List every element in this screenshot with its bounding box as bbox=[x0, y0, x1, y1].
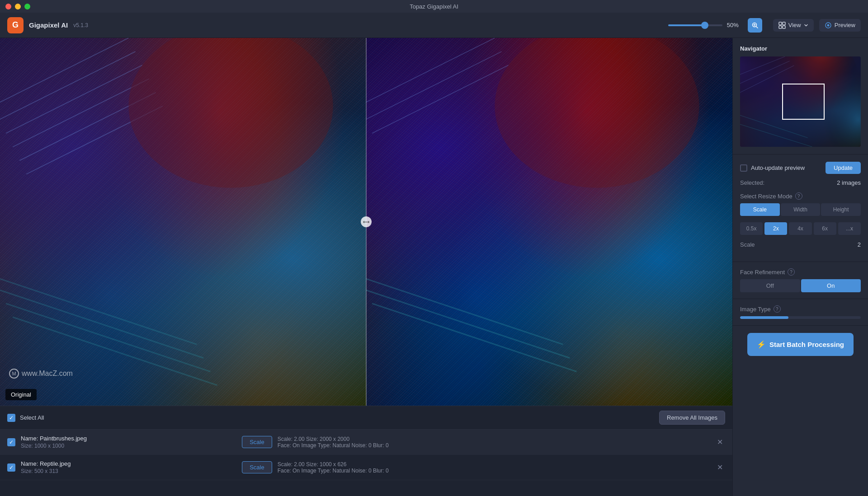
image-preview-container: M www.MacZ.com Original ⟷ bbox=[0, 38, 732, 406]
start-batch-processing-button[interactable]: ⚡ Start Batch Processing bbox=[747, 333, 854, 356]
image-right bbox=[366, 38, 732, 406]
app-logo: G bbox=[7, 17, 24, 33]
scale-6x-button[interactable]: 6x bbox=[814, 222, 836, 235]
selected-label: Selected: bbox=[740, 179, 764, 186]
selected-value: 2 images bbox=[837, 179, 861, 186]
app-version: v5.1.3 bbox=[73, 22, 88, 28]
table-row: ✓ Name: Paintbrushes.jpeg Size: 1000 x 1… bbox=[0, 430, 732, 455]
batch-area: ✓ Select All Remove All Images ✓ Name: P… bbox=[0, 406, 732, 496]
select-all-checkbox[interactable]: ✓ bbox=[7, 414, 15, 422]
svg-line-22 bbox=[366, 51, 501, 120]
face-refinement-on-button[interactable]: On bbox=[801, 279, 861, 292]
svg-line-21 bbox=[366, 38, 495, 106]
face-refinement-help-icon[interactable]: ? bbox=[788, 268, 795, 276]
zoom-slider-thumb[interactable] bbox=[701, 22, 708, 29]
resize-mode-label: Select Resize Mode ? bbox=[740, 192, 861, 200]
image-size-1: Size: 1000 x 1000 bbox=[21, 443, 236, 449]
scale-05x-button[interactable]: 0.5x bbox=[740, 222, 763, 235]
view-icon bbox=[778, 22, 786, 29]
divider-handle[interactable]: ⟷ bbox=[361, 216, 372, 227]
zoom-value: 50% bbox=[727, 22, 743, 28]
settings-section: Auto-update preview Update Selected: 2 i… bbox=[733, 154, 868, 262]
resize-mode-help-icon[interactable]: ? bbox=[795, 192, 802, 200]
image-name-1: Name: Paintbrushes.jpeg bbox=[21, 435, 236, 442]
resize-mode-buttons: Scale Width Height bbox=[740, 203, 861, 216]
right-panel-scroll: Navigator bbox=[733, 38, 868, 496]
mode-scale-button[interactable]: Scale bbox=[740, 203, 780, 216]
scale-row: Scale 2 bbox=[740, 241, 861, 248]
image-details-line1-2: Scale: 2.00 Size: 1000 x 626 bbox=[278, 461, 709, 468]
image-details-line2-2: Face: On Image Type: Natural Noise: 0 Bl… bbox=[278, 468, 709, 474]
remove-all-images-button[interactable]: Remove All Images bbox=[659, 411, 725, 425]
batch-header: ✓ Select All Remove All Images bbox=[0, 406, 732, 430]
image-checkbox-1[interactable]: ✓ bbox=[7, 438, 15, 446]
image-name-2: Name: Reptile.jpeg bbox=[21, 460, 236, 467]
navigator-thumbnail bbox=[740, 56, 861, 147]
maximize-btn[interactable] bbox=[24, 4, 30, 9]
image-area: M www.MacZ.com Original ⟷ bbox=[0, 38, 732, 496]
remove-image-1-button[interactable]: ✕ bbox=[714, 437, 725, 448]
svg-line-11 bbox=[0, 51, 135, 120]
mode-width-button[interactable]: Width bbox=[781, 203, 821, 216]
selected-row: Selected: 2 images bbox=[740, 179, 861, 186]
split-view: M www.MacZ.com Original ⟷ bbox=[0, 38, 732, 406]
mode-height-button[interactable]: Height bbox=[821, 203, 861, 216]
search-icon bbox=[751, 22, 759, 29]
update-button[interactable]: Update bbox=[826, 162, 861, 174]
start-batch-container: ⚡ Start Batch Processing bbox=[733, 326, 868, 370]
svg-rect-5 bbox=[783, 22, 785, 25]
scale-button-2[interactable]: Scale bbox=[242, 461, 272, 473]
preview-icon bbox=[825, 22, 832, 29]
svg-rect-7 bbox=[783, 26, 785, 28]
face-refinement-off-button[interactable]: Off bbox=[740, 279, 800, 292]
svg-point-9 bbox=[827, 24, 829, 26]
image-type-text: Image Type bbox=[740, 306, 771, 313]
watermark-left: M www.MacZ.com bbox=[9, 369, 73, 379]
zoom-slider[interactable] bbox=[668, 24, 722, 26]
original-label: Original bbox=[5, 389, 37, 400]
resize-mode-text: Select Resize Mode bbox=[740, 193, 793, 200]
svg-rect-4 bbox=[779, 22, 782, 25]
svg-line-18 bbox=[0, 290, 203, 358]
image-type-label: Image Type ? bbox=[740, 305, 861, 313]
svg-line-26 bbox=[366, 290, 570, 358]
svg-line-23 bbox=[372, 65, 508, 133]
image-details-2: Scale: 2.00 Size: 1000 x 626 Face: On Im… bbox=[278, 461, 709, 474]
right-panel: Navigator bbox=[732, 38, 868, 496]
app-name: Gigapixel AI bbox=[29, 21, 68, 29]
scale-2x-button[interactable]: 2x bbox=[764, 222, 787, 235]
scale-size-buttons: 0.5x 2x 4x 6x ...x bbox=[740, 222, 861, 235]
image-details-line1-1: Scale: 2.00 Size: 2000 x 2000 bbox=[278, 436, 709, 442]
start-batch-label: Start Batch Processing bbox=[769, 341, 844, 348]
watermark-logo: M bbox=[9, 369, 19, 379]
scale-4x-button[interactable]: 4x bbox=[789, 222, 811, 235]
preview-button[interactable]: Preview bbox=[819, 19, 861, 32]
checkbox-check-icon: ✓ bbox=[9, 464, 14, 471]
preview-label: Preview bbox=[835, 22, 855, 28]
image-info-2: Name: Reptile.jpeg Size: 500 x 313 bbox=[21, 460, 236, 474]
remove-image-2-button[interactable]: ✕ bbox=[714, 462, 725, 473]
close-btn[interactable] bbox=[5, 4, 11, 9]
view-label: View bbox=[788, 22, 801, 28]
image-type-section: Image Type ? bbox=[733, 299, 868, 326]
image-size-2: Size: 500 x 313 bbox=[21, 468, 236, 474]
scale-custom-button[interactable]: ...x bbox=[838, 222, 861, 235]
auto-update-checkbox[interactable] bbox=[740, 164, 747, 172]
navigator-section: Navigator bbox=[733, 38, 868, 154]
zoom-icon-btn[interactable] bbox=[748, 18, 762, 33]
app-toolbar: G Gigapixel AI v5.1.3 50% View bbox=[0, 13, 868, 38]
image-left: M www.MacZ.com Original bbox=[0, 38, 366, 406]
image-type-help-icon[interactable]: ? bbox=[774, 305, 781, 313]
view-button[interactable]: View bbox=[773, 19, 814, 32]
image-checkbox-2[interactable]: ✓ bbox=[7, 463, 15, 472]
window-controls[interactable] bbox=[5, 4, 30, 9]
scale-button-1[interactable]: Scale bbox=[242, 436, 272, 448]
minimize-btn[interactable] bbox=[15, 4, 21, 9]
face-refinement-section: Face Refinement ? Off On bbox=[733, 262, 868, 299]
svg-rect-6 bbox=[779, 26, 782, 28]
image-type-fill bbox=[740, 316, 788, 319]
image-details-1: Scale: 2.00 Size: 2000 x 2000 Face: On I… bbox=[278, 436, 709, 449]
preview-controls: Auto-update preview Update bbox=[740, 162, 861, 174]
svg-line-12 bbox=[6, 65, 142, 133]
main-layout: M www.MacZ.com Original ⟷ bbox=[0, 38, 868, 496]
